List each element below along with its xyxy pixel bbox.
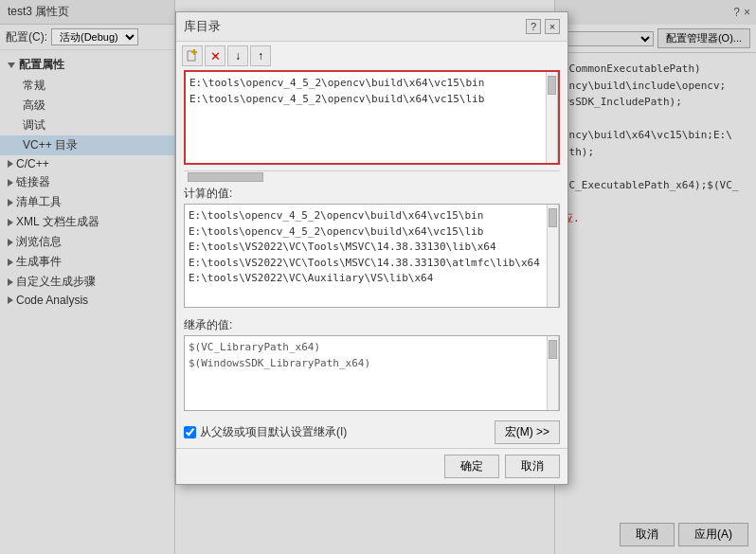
move-up-button[interactable]: ↑	[250, 45, 271, 66]
macro-button[interactable]: 宏(M) >>	[495, 420, 560, 444]
down-arrow-icon: ↓	[235, 49, 241, 63]
ok-button[interactable]: 确定	[444, 455, 499, 478]
dialog-buttons: 确定 取消	[176, 448, 567, 484]
cancel-button[interactable]: 取消	[505, 455, 560, 478]
computed-line-2: E:\tools\opencv_4_5_2\opencv\build\x64\v…	[189, 224, 555, 241]
new-item-button[interactable]	[182, 45, 203, 66]
inherited-scrollbar[interactable]	[547, 336, 559, 410]
delete-icon: ✕	[210, 49, 221, 63]
computed-scrollbar[interactable]	[547, 205, 559, 307]
inherited-scroll-thumb	[549, 340, 557, 359]
dialog-title-buttons: ? ×	[526, 19, 560, 34]
computed-content: E:\tools\opencv_4_5_2\opencv\build\x64\v…	[185, 205, 559, 291]
checkbox-row: 从父级或项目默认设置继承(I) 宏(M) >>	[176, 417, 567, 448]
edit-paths-scroll-thumb	[548, 76, 556, 95]
dialog-help-button[interactable]: ?	[526, 19, 541, 34]
dialog-close-button[interactable]: ×	[545, 19, 560, 34]
edit-paths-hscroll-thumb	[188, 172, 263, 182]
library-dir-dialog: 库目录 ? × ✕ ↓ ↑ E:\tools\opencv_4_5_2\open…	[175, 11, 568, 485]
inherited-area: $(VC_LibraryPath_x64) $(WindowsSDK_Libra…	[184, 335, 560, 411]
dialog-action-buttons: 确定 取消	[444, 455, 560, 478]
move-down-button[interactable]: ↓	[227, 45, 248, 66]
computed-line-5: E:\tools\VS2022\VC\Auxiliary\VS\lib\x64	[189, 271, 555, 287]
computed-line-3: E:\tools\VS2022\VC\Tools\MSVC\14.38.3313…	[189, 240, 555, 256]
computed-line-4: E:\tools\VS2022\VC\Tools\MSVC\14.38.3313…	[189, 256, 555, 272]
edit-paths-scrollbar[interactable]	[546, 72, 558, 163]
computed-label: 计算的值:	[176, 182, 567, 204]
inherited-content: $(VC_LibraryPath_x64) $(WindowsSDK_Libra…	[185, 336, 559, 375]
computed-scroll-thumb	[549, 208, 557, 227]
edit-path-line-1[interactable]: E:\tools\opencv_4_5_2\opencv\build\x64\v…	[189, 76, 554, 92]
edit-paths-content: E:\tools\opencv_4_5_2\opencv\build\x64\v…	[186, 72, 558, 111]
edit-paths-area: E:\tools\opencv_4_5_2\opencv\build\x64\v…	[184, 70, 560, 165]
inherited-line-1: $(VC_LibraryPath_x64)	[189, 340, 555, 356]
computed-line-1: E:\tools\opencv_4_5_2\opencv\build\x64\v…	[189, 208, 555, 224]
edit-path-line-2[interactable]: E:\tools\opencv_4_5_2\opencv\build\x64\v…	[189, 92, 554, 108]
delete-item-button[interactable]: ✕	[205, 45, 225, 66]
up-arrow-icon: ↑	[258, 49, 263, 63]
dialog-title-text: 库目录	[184, 18, 221, 35]
computed-area: E:\tools\opencv_4_5_2\opencv\build\x64\v…	[184, 204, 560, 308]
inherited-line-2: $(WindowsSDK_LibraryPath_x64)	[189, 356, 555, 372]
dialog-titlebar: 库目录 ? ×	[176, 12, 567, 42]
dialog-toolbar: ✕ ↓ ↑	[176, 42, 567, 70]
new-icon	[186, 49, 199, 63]
inherit-checkbox[interactable]	[184, 426, 196, 438]
inherited-label: 继承的值:	[176, 313, 567, 335]
edit-paths-hscrollbar[interactable]	[184, 170, 560, 182]
inherit-checkbox-label[interactable]: 从父级或项目默认设置继承(I)	[200, 424, 347, 440]
